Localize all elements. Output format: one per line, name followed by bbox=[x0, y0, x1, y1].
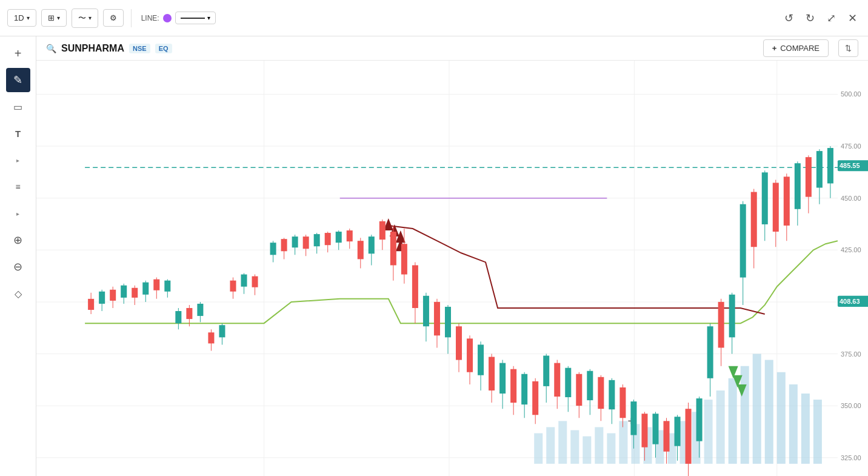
chevron-down-icon2: ▾ bbox=[57, 15, 60, 21]
close-button[interactable]: ✕ bbox=[844, 8, 861, 28]
svg-rect-44 bbox=[110, 290, 116, 301]
svg-rect-128 bbox=[554, 363, 560, 397]
svg-rect-64 bbox=[219, 325, 225, 337]
svg-text:375.00: 375.00 bbox=[841, 350, 861, 358]
svg-rect-48 bbox=[132, 288, 138, 298]
svg-rect-76 bbox=[292, 236, 298, 247]
svg-rect-35 bbox=[777, 372, 786, 464]
draw-tool[interactable]: ✎ bbox=[6, 68, 30, 92]
svg-rect-16 bbox=[546, 427, 555, 463]
svg-text:350.00: 350.00 bbox=[841, 402, 861, 409]
svg-rect-120 bbox=[510, 369, 516, 403]
redo-button[interactable]: ↻ bbox=[802, 8, 818, 28]
arrow-tool[interactable]: ▸ bbox=[6, 148, 30, 172]
indicators-button[interactable]: ⊞ ▾ bbox=[41, 9, 67, 27]
svg-rect-122 bbox=[521, 374, 527, 404]
chart-container: 🔍 SUNPHARMA NSE EQ + COMPARE ⇅ bbox=[36, 36, 868, 476]
symbol-name[interactable]: SUNPHARMA bbox=[61, 43, 124, 54]
lines-tool[interactable]: ≡ bbox=[6, 175, 30, 199]
svg-rect-116 bbox=[489, 357, 495, 391]
svg-rect-62 bbox=[208, 332, 214, 343]
svg-rect-19 bbox=[583, 437, 591, 464]
arrow2-tool[interactable]: ▸ bbox=[6, 201, 30, 226]
compare-button[interactable]: + COMPARE bbox=[763, 39, 829, 57]
line-label: LINE: bbox=[141, 14, 159, 22]
svg-rect-31 bbox=[729, 378, 737, 464]
left-toolbar: + ✎ ▭ T ▸ ≡ ▸ ⊕ ⊖ ◇ bbox=[0, 36, 36, 476]
svg-rect-32 bbox=[741, 366, 749, 464]
svg-rect-169 bbox=[751, 192, 757, 247]
chart-svg: 500.00 475.00 450.00 425.00 400.00 375.0… bbox=[36, 61, 868, 476]
svg-rect-96 bbox=[379, 221, 386, 240]
exchange-badge[interactable]: NSE bbox=[129, 44, 150, 53]
undo-button[interactable]: ↺ bbox=[781, 8, 797, 28]
svg-rect-104 bbox=[423, 296, 429, 326]
svg-rect-181 bbox=[816, 151, 823, 187]
zoom-in-tool[interactable]: ⊕ bbox=[6, 228, 30, 252]
toolbar-divider bbox=[131, 9, 132, 27]
svg-rect-112 bbox=[467, 338, 473, 372]
svg-rect-50 bbox=[142, 283, 149, 295]
chart-type-icon: 〜 bbox=[78, 13, 86, 24]
svg-text:408.63: 408.63 bbox=[840, 298, 860, 305]
text-tool[interactable]: T bbox=[6, 121, 30, 146]
svg-text:485.55: 485.55 bbox=[840, 162, 860, 169]
svg-rect-33 bbox=[753, 354, 761, 464]
svg-rect-126 bbox=[543, 356, 549, 386]
svg-text:325.00: 325.00 bbox=[841, 454, 861, 461]
toolbar-right: ↺ ↻ ⤢ ✕ bbox=[781, 8, 861, 28]
timeframe-label: 1D bbox=[14, 13, 24, 22]
svg-rect-60 bbox=[197, 304, 203, 316]
svg-rect-80 bbox=[314, 234, 320, 246]
line-section: LINE: ▾ bbox=[141, 12, 216, 24]
chart-type-button[interactable]: 〜 ▾ bbox=[72, 8, 98, 28]
svg-text:500.00: 500.00 bbox=[841, 90, 861, 98]
chevron-down-icon3: ▾ bbox=[88, 15, 92, 21]
chevron-down-icon: ▾ bbox=[27, 15, 30, 21]
svg-rect-82 bbox=[325, 233, 331, 245]
line-style-button[interactable]: ▾ bbox=[175, 12, 216, 24]
svg-rect-22 bbox=[619, 421, 627, 464]
svg-rect-108 bbox=[445, 307, 451, 337]
svg-text:425.00: 425.00 bbox=[841, 246, 861, 253]
svg-rect-114 bbox=[478, 344, 484, 375]
main-area: + ✎ ▭ T ▸ ≡ ▸ ⊕ ⊖ ◇ 🔍 SUNPHARMA NSE EQ +… bbox=[0, 36, 868, 476]
sort-icon: ⇅ bbox=[845, 44, 852, 53]
svg-rect-30 bbox=[716, 391, 725, 464]
expand-button[interactable]: ⤢ bbox=[823, 8, 840, 28]
crosshair-tool[interactable]: + bbox=[6, 41, 30, 65]
svg-rect-146 bbox=[641, 414, 647, 447]
zoom-out-tool[interactable]: ⊖ bbox=[6, 255, 30, 279]
svg-rect-140 bbox=[619, 387, 626, 418]
rectangle-tool[interactable]: ▭ bbox=[6, 95, 30, 119]
chart-area[interactable]: 500.00 475.00 450.00 425.00 400.00 375.0… bbox=[36, 61, 868, 476]
svg-rect-56 bbox=[175, 311, 181, 323]
svg-rect-130 bbox=[565, 368, 571, 397]
svg-rect-132 bbox=[576, 374, 582, 406]
sort-button[interactable]: ⇅ bbox=[838, 39, 858, 57]
eraser-tool[interactable]: ◇ bbox=[6, 281, 30, 306]
svg-rect-175 bbox=[784, 176, 790, 226]
svg-rect-58 bbox=[186, 308, 192, 319]
type-badge[interactable]: EQ bbox=[155, 44, 172, 53]
indicators-icon: ⊞ bbox=[48, 13, 55, 22]
svg-rect-136 bbox=[598, 377, 604, 409]
svg-rect-37 bbox=[801, 394, 810, 464]
svg-rect-150 bbox=[664, 421, 670, 451]
svg-rect-183 bbox=[827, 148, 833, 183]
line-preview bbox=[181, 18, 205, 19]
svg-rect-84 bbox=[336, 232, 342, 243]
symbol-bar-right: + COMPARE ⇅ bbox=[763, 39, 858, 57]
timeframe-button[interactable]: 1D ▾ bbox=[7, 9, 36, 27]
svg-rect-29 bbox=[704, 400, 713, 464]
svg-rect-74 bbox=[281, 239, 287, 251]
top-toolbar: 1D ▾ ⊞ ▾ 〜 ▾ ⚙ LINE: ▾ ↺ ↻ ⤢ ✕ bbox=[0, 0, 868, 36]
svg-rect-118 bbox=[499, 363, 506, 394]
svg-rect-179 bbox=[806, 157, 812, 196]
svg-rect-156 bbox=[696, 398, 703, 441]
settings-button[interactable]: ⚙ bbox=[103, 9, 124, 27]
svg-rect-148 bbox=[652, 414, 658, 444]
svg-rect-173 bbox=[773, 183, 779, 232]
line-color-dot[interactable] bbox=[163, 14, 172, 22]
svg-rect-78 bbox=[303, 236, 309, 249]
